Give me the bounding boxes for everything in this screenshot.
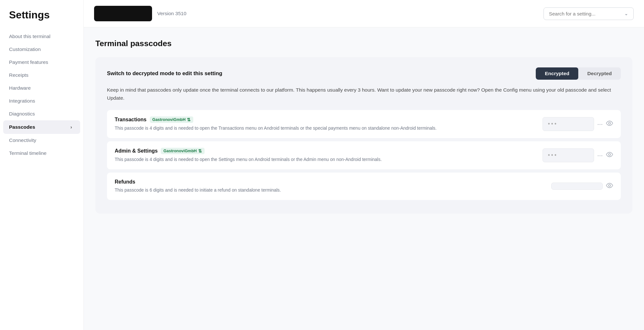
page-content: Terminal passcodes Switch to decrypted m…: [84, 27, 644, 330]
sidebar-link-terminal-timeline[interactable]: Terminal timeline: [0, 147, 83, 160]
passcode-name-row-refunds: Refunds: [115, 179, 546, 185]
eye-icon-admin[interactable]: [606, 152, 613, 159]
sidebar-item-customization[interactable]: Customization: [0, 43, 83, 56]
search-box[interactable]: ⌄: [543, 7, 634, 20]
passcode-name-row-admin: Admin & Settings GastronoviGmbH ⇅: [115, 148, 537, 154]
passcode-desc-admin: This passcode is 4 digits and is needed …: [115, 156, 537, 163]
passcode-field-transactions: ••• ···: [543, 117, 613, 131]
search-input[interactable]: [549, 11, 622, 16]
sidebar-item-integrations[interactable]: Integrations: [0, 95, 83, 107]
header: Version 3510 ⌄: [84, 0, 644, 27]
sidebar-item-payment-features[interactable]: Payment features: [0, 56, 83, 69]
passcode-input-admin[interactable]: •••: [543, 148, 594, 162]
sidebar-item-connectivity[interactable]: Connectivity: [0, 134, 83, 147]
passcode-info-transactions: Transactions GastronoviGmbH ⇅ This passc…: [115, 116, 537, 132]
passcode-name-refunds: Refunds: [115, 179, 135, 185]
passcode-name-admin: Admin & Settings: [115, 148, 158, 154]
passcode-name-row-transactions: Transactions GastronoviGmbH ⇅: [115, 116, 537, 123]
passcode-list: Transactions GastronoviGmbH ⇅ This passc…: [107, 110, 621, 203]
app-title: Settings: [0, 9, 83, 30]
more-options-icon-transactions[interactable]: ···: [597, 120, 603, 128]
version-label: Version 3510: [157, 11, 187, 16]
page-title: Terminal passcodes: [95, 39, 632, 48]
sidebar-item-passcodes[interactable]: Passcodes ›: [0, 120, 83, 134]
badge-icon-transactions: ⇅: [187, 117, 191, 122]
mode-toggle-row: Switch to decrypted mode to edit this se…: [107, 67, 621, 80]
svg-point-1: [609, 154, 610, 155]
passcode-info-admin: Admin & Settings GastronoviGmbH ⇅ This p…: [115, 148, 537, 163]
mode-toggle-label: Switch to decrypted mode to edit this se…: [107, 70, 222, 77]
passcode-row-admin: Admin & Settings GastronoviGmbH ⇅ This p…: [107, 141, 621, 169]
sidebar-link-connectivity[interactable]: Connectivity: [0, 134, 83, 147]
passcode-desc-transactions: This passcode is 4 digits and is needed …: [115, 125, 537, 132]
sidebar-link-receipts[interactable]: Receipts: [0, 69, 83, 82]
sidebar-link-customization[interactable]: Customization: [0, 43, 83, 56]
chevron-right-icon: ›: [68, 124, 74, 130]
badge-icon-admin: ⇅: [198, 148, 202, 154]
info-text: Keep in mind that passcodes only update …: [107, 86, 621, 102]
decrypted-toggle-button[interactable]: Decrypted: [578, 67, 621, 80]
sidebar-link-diagnostics[interactable]: Diagnostics: [0, 107, 83, 120]
eye-icon-refunds[interactable]: [606, 183, 613, 190]
sidebar-item-hardware[interactable]: Hardware: [0, 82, 83, 95]
sidebar-link-about[interactable]: About this terminal: [0, 30, 83, 43]
passcode-badge-admin: GastronoviGmbH ⇅: [161, 148, 204, 154]
sidebar-nav: About this terminal Customization Paymen…: [0, 30, 83, 160]
mode-toggle-group: Encrypted Decrypted: [536, 67, 621, 80]
sidebar-link-payment-features[interactable]: Payment features: [0, 56, 83, 69]
svg-point-2: [609, 185, 610, 186]
passcode-desc-refunds: This passcode is 6 digits and is needed …: [115, 187, 546, 194]
passcode-row-refunds: Refunds This passcode is 6 digits and is…: [107, 173, 621, 200]
encrypted-toggle-button[interactable]: Encrypted: [536, 67, 578, 80]
sidebar-item-diagnostics[interactable]: Diagnostics: [0, 107, 83, 120]
eye-icon-transactions[interactable]: [606, 121, 613, 127]
sidebar: Settings About this terminal Customizati…: [0, 0, 84, 330]
passcode-input-transactions[interactable]: •••: [543, 117, 594, 131]
chevron-down-icon: ⌄: [624, 11, 628, 16]
passcode-input-refunds[interactable]: [551, 183, 603, 190]
passcode-name-transactions: Transactions: [115, 117, 147, 123]
sidebar-link-passcodes[interactable]: Passcodes ›: [3, 120, 80, 134]
passcode-info-refunds: Refunds This passcode is 6 digits and is…: [115, 179, 546, 194]
passcode-field-refunds: [551, 183, 613, 190]
sidebar-item-receipts[interactable]: Receipts: [0, 69, 83, 82]
sidebar-link-hardware[interactable]: Hardware: [0, 82, 83, 95]
more-options-icon-admin[interactable]: ···: [597, 151, 603, 159]
sidebar-link-integrations[interactable]: Integrations: [0, 95, 83, 107]
passcode-field-admin: ••• ···: [543, 148, 613, 162]
main-content: Version 3510 ⌄ Terminal passcodes Switch…: [84, 0, 644, 330]
device-label: [94, 6, 152, 21]
sidebar-item-about[interactable]: About this terminal: [0, 30, 83, 43]
passcode-badge-transactions: GastronoviGmbH ⇅: [150, 116, 193, 123]
sidebar-item-terminal-timeline[interactable]: Terminal timeline: [0, 147, 83, 160]
svg-point-0: [609, 122, 610, 124]
passcode-row-transactions: Transactions GastronoviGmbH ⇅ This passc…: [107, 110, 621, 138]
passcodes-card: Switch to decrypted mode to edit this se…: [95, 57, 632, 214]
